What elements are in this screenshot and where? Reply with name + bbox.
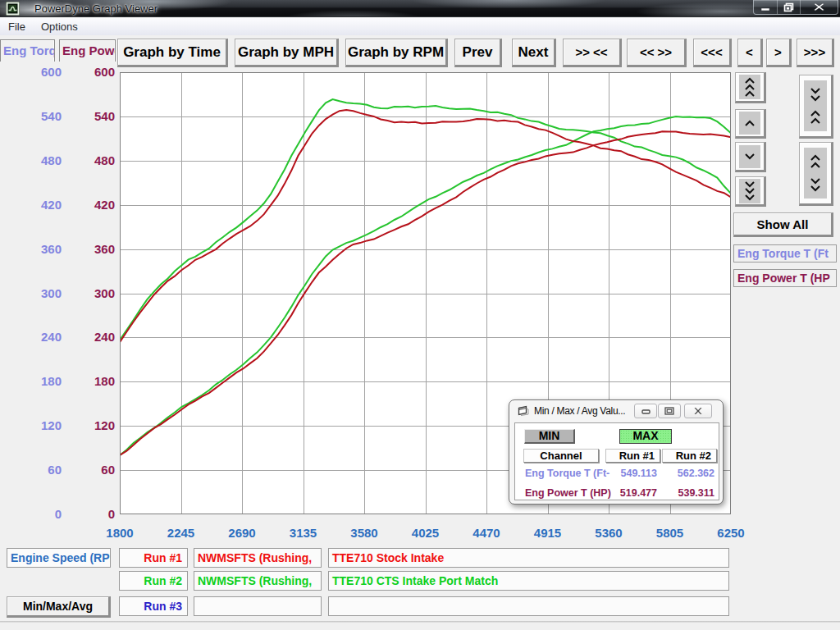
- x-tick-label: 4470: [458, 526, 515, 540]
- scroll-right-button[interactable]: >: [766, 39, 792, 67]
- scroll-down-fast-button[interactable]: [735, 176, 766, 207]
- y-tick-label: 540: [0, 109, 115, 124]
- chevron-expand-icon: [804, 148, 827, 199]
- run-1-eng-torque-t-curve: [120, 110, 731, 342]
- min-max-avg-button[interactable]: Min/Max/Avg: [7, 596, 111, 618]
- run1-dyno-field[interactable]: NWMSFTS (Rushing,: [194, 548, 322, 568]
- minimize-icon: [760, 3, 770, 11]
- min-max-window-minimize-button[interactable]: [634, 404, 657, 418]
- column-header-channel[interactable]: Channel: [523, 449, 599, 463]
- min-max-window-title: Min / Max / Avg Valu...: [534, 405, 625, 417]
- column-header-run2[interactable]: Run #2: [662, 449, 717, 463]
- compress-y-scale-button[interactable]: [799, 75, 833, 139]
- run2-label-field: Run #2: [119, 571, 188, 591]
- maximize-icon: [664, 407, 674, 415]
- y-tick-label: 180: [0, 374, 115, 389]
- expand-y-scale-button[interactable]: [799, 142, 833, 206]
- x-axis-channel-field[interactable]: Engine Speed (RPM): [7, 548, 111, 568]
- title-bar: PowerDyne Graph Viewer: [0, 0, 840, 17]
- show-all-button[interactable]: Show All: [733, 212, 833, 237]
- y-tick-label: 60: [0, 463, 115, 477]
- x-tick-label: 3135: [275, 526, 332, 540]
- column-header-run1[interactable]: Run #1: [605, 449, 660, 463]
- close-button[interactable]: [800, 0, 838, 14]
- next-button[interactable]: Next: [512, 39, 556, 67]
- y-tick-label: 300: [0, 286, 115, 301]
- min-max-avg-window[interactable]: Min / Max / Avg Valu... MIN MAX Channel …: [509, 399, 724, 504]
- x-tick-label: 6250: [702, 526, 760, 540]
- menu-bar: File Options: [0, 18, 840, 35]
- row-power-channel: Eng Power T (HP): [525, 487, 611, 499]
- row-torque-run1-value: 549.113: [605, 468, 657, 479]
- run1-note-field[interactable]: TTE710 Stock Intake: [328, 548, 729, 568]
- y-tick-label: 420: [0, 198, 115, 212]
- run3-note-field[interactable]: [328, 596, 729, 616]
- x-tick-label: 4915: [519, 526, 577, 540]
- scroll-down-button[interactable]: [735, 142, 766, 172]
- bottom-divider: [0, 621, 840, 623]
- chevron-down-icon: [739, 145, 760, 168]
- chevron-compress-icon: [804, 80, 827, 131]
- x-tick-label: 4025: [397, 526, 454, 540]
- zoom-out-x-button[interactable]: << >>: [627, 39, 687, 67]
- y-tick-label: 360: [0, 242, 115, 257]
- row-power-run2-value: 539.311: [663, 487, 714, 499]
- run3-dyno-field[interactable]: [194, 596, 322, 616]
- prev-button[interactable]: Prev: [454, 39, 502, 67]
- run1-label-field: Run #1: [119, 548, 188, 568]
- min-button[interactable]: MIN: [524, 429, 575, 444]
- scroll-far-right-button[interactable]: >>>: [797, 39, 834, 67]
- graph-by-mph-button[interactable]: Graph by MPH: [235, 39, 339, 67]
- row-torque-channel: Eng Torque T (Ft-: [525, 468, 609, 479]
- run2-note-field[interactable]: TTE710 CTS Intake Port Match: [328, 571, 729, 591]
- run3-label-field: Run #3: [119, 596, 188, 616]
- y-tick-label: 600: [0, 65, 115, 80]
- min-max-window-close-button[interactable]: [684, 404, 712, 418]
- minimize-icon: [641, 408, 651, 415]
- max-button[interactable]: MAX: [619, 429, 672, 444]
- y-tick-label: 480: [0, 153, 115, 168]
- close-icon: [814, 2, 824, 11]
- form-icon: [518, 405, 530, 416]
- x-tick-label: 2245: [153, 526, 210, 540]
- scroll-up-fast-button[interactable]: [735, 72, 766, 103]
- x-tick-label: 1800: [91, 526, 148, 540]
- x-tick-label: 3580: [336, 526, 393, 540]
- scroll-up-button[interactable]: [735, 109, 766, 139]
- scroll-left-button[interactable]: <: [737, 39, 763, 67]
- chevron-triple-up-icon: [739, 75, 760, 99]
- close-icon: [693, 407, 703, 415]
- chevron-up-icon: [739, 112, 760, 135]
- y-tick-label: 0: [0, 507, 115, 522]
- graph-by-time-button[interactable]: Graph by Time: [117, 39, 228, 67]
- y-tick-label: 240: [0, 330, 115, 345]
- x-tick-label: 5805: [641, 526, 699, 540]
- row-power-run1-value: 519.477: [605, 487, 657, 499]
- legend-eng-power[interactable]: Eng Power T (HP: [733, 269, 837, 287]
- x-tick-label: 2690: [213, 526, 271, 540]
- restore-button[interactable]: [777, 0, 800, 14]
- min-max-window-maximize-button[interactable]: [658, 404, 681, 418]
- min-max-window-content: MIN MAX Channel Run #1 Run #2 Eng Torque…: [514, 422, 719, 500]
- graph-by-rpm-button[interactable]: Graph by RPM: [345, 39, 448, 67]
- legend-eng-torque[interactable]: Eng Torque T (Ft: [733, 244, 837, 262]
- y-tick-label: 120: [0, 418, 115, 433]
- restore-icon: [783, 2, 794, 12]
- run2-dyno-field[interactable]: NWMSFTS (Rushing,: [194, 571, 322, 591]
- row-torque-run2-value: 562.362: [663, 468, 714, 479]
- zoom-in-x-button[interactable]: >> <<: [563, 39, 622, 67]
- minimize-button[interactable]: [754, 0, 777, 14]
- x-tick-label: 5360: [580, 526, 637, 540]
- chevron-triple-down-icon: [739, 179, 760, 203]
- caption-button-group: [753, 0, 838, 15]
- scroll-far-left-button[interactable]: <<<: [693, 39, 732, 67]
